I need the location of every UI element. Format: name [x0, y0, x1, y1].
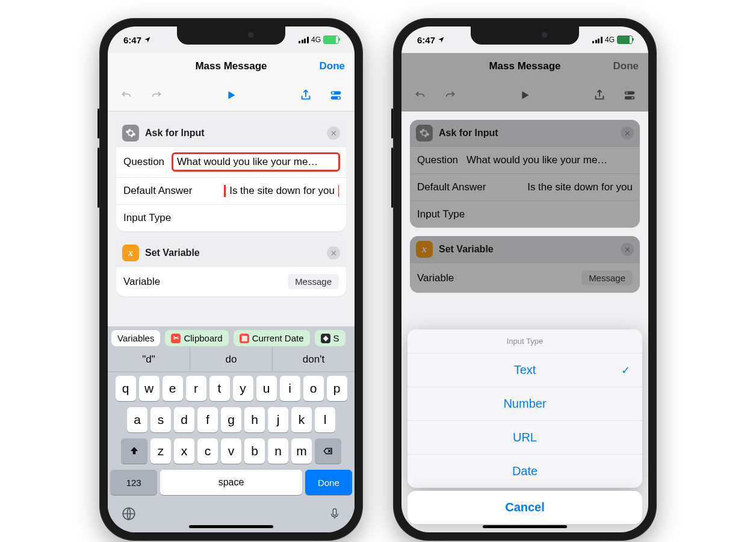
- keyboard-done-key[interactable]: Done: [305, 470, 352, 495]
- sheet-item-text[interactable]: Text✓: [407, 354, 642, 387]
- redo-button[interactable]: [149, 87, 164, 103]
- card-title: Ask for Input: [145, 128, 321, 139]
- variable-label: Variable: [417, 272, 573, 284]
- sheet-item-number[interactable]: Number: [407, 387, 642, 421]
- nav-bar: Mass Message Done: [401, 53, 648, 79]
- svg-point-2: [332, 92, 335, 95]
- key-n[interactable]: n: [268, 438, 288, 464]
- sheet-item-date[interactable]: Date: [407, 455, 642, 488]
- key-r[interactable]: r: [186, 376, 206, 401]
- key-g[interactable]: g: [221, 407, 241, 432]
- key-l[interactable]: l: [315, 407, 335, 432]
- key-y[interactable]: y: [233, 376, 253, 401]
- sheet-cancel-button[interactable]: Cancel: [407, 491, 642, 524]
- key-w[interactable]: w: [139, 376, 160, 401]
- sheet-title: Input Type: [407, 329, 642, 354]
- mic-icon[interactable]: [328, 506, 341, 522]
- home-indicator[interactable]: [189, 525, 273, 528]
- check-icon: ✓: [621, 364, 630, 377]
- question-field[interactable]: What would you like your me…: [466, 154, 633, 166]
- variable-value[interactable]: Message: [581, 270, 633, 285]
- backspace-key[interactable]: [315, 438, 341, 464]
- sheet-item-url[interactable]: URL: [407, 421, 642, 455]
- key-j[interactable]: j: [268, 407, 288, 432]
- signal-icon: [299, 37, 309, 43]
- key-a[interactable]: a: [127, 407, 147, 432]
- numbers-key[interactable]: 123: [110, 470, 157, 495]
- ask-for-input-card: Ask for Input ✕ Question What would you …: [410, 120, 640, 228]
- signal-icon: [592, 37, 603, 43]
- key-z[interactable]: z: [150, 438, 171, 464]
- svg-point-9: [631, 97, 634, 99]
- key-o[interactable]: o: [303, 376, 324, 401]
- toolbar: [401, 79, 648, 111]
- key-h[interactable]: h: [244, 407, 265, 432]
- done-button[interactable]: Done: [309, 60, 345, 72]
- key-v[interactable]: v: [221, 438, 241, 464]
- card-title: Set Variable: [145, 248, 321, 258]
- network-label: 4G: [605, 36, 615, 44]
- question-label: Question: [123, 156, 164, 168]
- suggestion-row: "d" do don't: [108, 347, 355, 372]
- space-key[interactable]: space: [160, 470, 302, 495]
- variable-bar: Variables ✂Clipboard ▦Current Date ◆S: [108, 326, 355, 347]
- key-s[interactable]: s: [150, 407, 171, 432]
- settings-toggle-button[interactable]: [328, 87, 344, 103]
- suggestion[interactable]: don't: [272, 347, 355, 372]
- svg-point-3: [338, 97, 340, 99]
- key-m[interactable]: m: [291, 438, 312, 464]
- key-q[interactable]: q: [116, 376, 136, 401]
- set-variable-card: x Set Variable ✕ Variable Message: [410, 236, 640, 293]
- notch: [177, 26, 285, 45]
- question-field[interactable]: What would you like your me…: [172, 152, 340, 172]
- play-button[interactable]: [517, 87, 533, 103]
- variables-chip[interactable]: Variables: [111, 330, 160, 346]
- battery-icon: [323, 36, 339, 44]
- input-type-label: Input Type: [123, 212, 330, 224]
- variable-label: Variable: [123, 276, 279, 288]
- undo-button[interactable]: [412, 87, 428, 103]
- close-icon[interactable]: ✕: [621, 243, 634, 256]
- settings-toggle-button[interactable]: [622, 87, 637, 103]
- undo-button[interactable]: [119, 87, 134, 103]
- default-answer-label: Default Answer: [123, 185, 192, 197]
- nav-bar: Mass Message Done: [108, 53, 355, 79]
- close-icon[interactable]: ✕: [621, 126, 634, 140]
- home-indicator[interactable]: [483, 525, 567, 528]
- key-p[interactable]: p: [327, 376, 347, 401]
- close-icon[interactable]: ✕: [327, 246, 340, 260]
- key-e[interactable]: e: [163, 376, 183, 401]
- input-type-label: Input Type: [417, 208, 624, 220]
- suggestion[interactable]: do: [190, 347, 272, 372]
- key-i[interactable]: i: [280, 376, 300, 401]
- key-b[interactable]: b: [244, 438, 265, 464]
- redo-button[interactable]: [442, 87, 458, 103]
- default-answer-field[interactable]: Is the site down for you: [494, 181, 633, 193]
- card-title: Set Variable: [439, 244, 615, 255]
- key-x[interactable]: x: [174, 438, 194, 464]
- play-button[interactable]: [223, 87, 239, 103]
- done-button[interactable]: Done: [603, 60, 639, 72]
- variable-value[interactable]: Message: [288, 274, 339, 289]
- globe-icon[interactable]: [121, 506, 137, 522]
- key-k[interactable]: k: [291, 407, 312, 432]
- shift-key[interactable]: [121, 438, 147, 464]
- key-d[interactable]: d: [174, 407, 194, 432]
- key-t[interactable]: t: [209, 376, 230, 401]
- key-row-2: a s d f g h j k l: [110, 407, 352, 432]
- gear-icon: [122, 125, 139, 142]
- extra-chip[interactable]: ◆S: [315, 330, 345, 346]
- current-date-chip[interactable]: ▦Current Date: [234, 330, 310, 346]
- default-answer-field[interactable]: Is the site down for you: [224, 185, 339, 197]
- input-type-sheet: Input Type Text✓ Number URL Date: [407, 329, 642, 488]
- key-f[interactable]: f: [197, 407, 218, 432]
- suggestion[interactable]: "d": [108, 347, 190, 372]
- close-icon[interactable]: ✕: [327, 126, 340, 140]
- share-button[interactable]: [298, 87, 314, 103]
- key-c[interactable]: c: [197, 438, 218, 464]
- key-u[interactable]: u: [256, 376, 277, 401]
- variable-icon: x: [416, 241, 433, 258]
- clipboard-chip[interactable]: ✂Clipboard: [165, 330, 228, 346]
- share-button[interactable]: [592, 87, 607, 103]
- notch: [471, 26, 579, 45]
